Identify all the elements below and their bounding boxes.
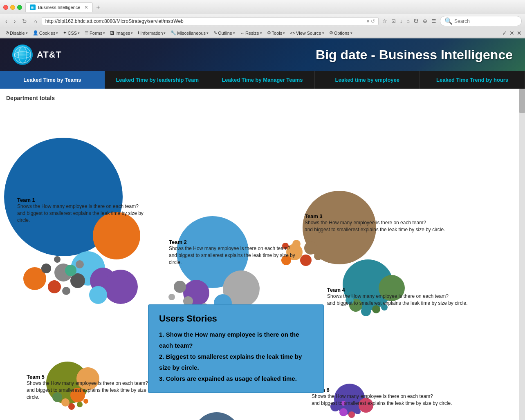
team5-label: Team 5 Shows the How many employee is th… — [27, 374, 166, 400]
webdev-resize[interactable]: ↔Resize▾ — [238, 30, 264, 36]
close-webdev-button[interactable]: ✕ — [509, 30, 514, 36]
webdev-cookies[interactable]: 👤Cookies▾ — [31, 29, 61, 36]
toolbar-icons: ☆ ⊡ ↓ ⌂ ☋ ⊕ ☰ — [381, 17, 438, 25]
tab-leaked-time-trend[interactable]: Leaked Time Trend by hours — [420, 71, 525, 89]
close-button[interactable] — [3, 5, 8, 10]
att-logo: AT&T — [12, 45, 62, 65]
page-content: AT&T Big date - Business Intelligence Le… — [0, 38, 525, 420]
webdev-css[interactable]: ✦CSS▾ — [61, 29, 82, 36]
tab-bar: BI Business Intelligence ✕ + — [25, 2, 522, 12]
att-logo-svg — [13, 46, 32, 64]
team1-purple2-bubble[interactable] — [103, 270, 138, 304]
team6-desc1: Shows the How many employee is there on … — [312, 393, 452, 400]
tab-leaked-time-employee[interactable]: Leaked time by employee — [315, 71, 420, 89]
reader-icon[interactable]: ⊡ — [390, 17, 397, 25]
webdev-misc[interactable]: 🔧Miscellaneous▾ — [168, 29, 211, 36]
team6-sm3-bubble[interactable] — [355, 409, 361, 414]
team3-desc2: and biggest to smallerest explains the l… — [305, 226, 445, 233]
webdev-information[interactable]: ℹInformation▾ — [136, 29, 168, 36]
team1-sm2-bubble[interactable] — [76, 260, 84, 268]
tooltip-title: Users Stories — [159, 313, 313, 324]
team2-sm1-bubble[interactable] — [174, 281, 186, 293]
address-bar[interactable]: ▾ ↺ — [42, 17, 379, 25]
team5-sm3-bubble[interactable] — [77, 402, 83, 407]
confirm-button[interactable]: ✓ — [502, 30, 507, 36]
browser-chrome: BI Business Intelligence ✕ + ‹ › ↻ ⌂ ▾ ↺… — [0, 0, 525, 38]
traffic-lights — [3, 5, 22, 10]
share-icon[interactable]: ☋ — [413, 17, 420, 25]
webdev-images[interactable]: 🖼Images▾ — [108, 30, 135, 36]
site-header: AT&T Big date - Business Intelligence — [0, 38, 525, 71]
tab-close-icon[interactable]: ✕ — [84, 4, 88, 10]
back-button[interactable]: ‹ — [3, 17, 9, 25]
webdev-outline[interactable]: ✎Outline▾ — [211, 29, 237, 36]
home-button[interactable]: ⌂ — [31, 17, 39, 25]
team1-blue2-bubble[interactable] — [89, 286, 107, 304]
settings-button[interactable]: ✕ — [517, 30, 522, 36]
team2-sm4-bubble[interactable] — [168, 294, 175, 300]
team1-desc2: and biggest to smallerest explains the l… — [17, 210, 156, 224]
tooltip-item1: 1. Show the How many employee is there o… — [159, 329, 313, 351]
att-globe-graphic — [12, 45, 33, 65]
nav-tabs: Leaked Time by Teams Leaked Time by lead… — [0, 71, 525, 89]
team1-desc1: Shows the How many employee is there on … — [17, 203, 156, 210]
search-bar[interactable]: 🔍 — [440, 16, 522, 26]
maximize-button[interactable] — [17, 5, 22, 10]
team1-sm1-bubble[interactable] — [62, 287, 70, 295]
team1-sm3-bubble[interactable] — [54, 256, 61, 263]
team1-green-bubble[interactable] — [65, 265, 76, 276]
extend-icon[interactable]: ⊕ — [422, 17, 429, 25]
team4-desc2: and biggest to smallerest explains the l… — [327, 300, 468, 307]
team3-name: Team 3 — [305, 213, 445, 219]
minimize-button[interactable] — [10, 5, 15, 10]
download-icon[interactable]: ↓ — [399, 17, 404, 25]
viz-area: Department totals — [0, 89, 525, 420]
team2-desc2: and biggest to smallerest explains the l… — [169, 252, 308, 266]
tab-leaked-time-manager[interactable]: Leaked Time by Manager Teams — [210, 71, 315, 89]
webdev-forms[interactable]: ☰Forms▾ — [83, 29, 107, 36]
team3-desc1: Shows the How many employee is there on … — [305, 219, 445, 226]
bookmark-icon[interactable]: ☆ — [381, 17, 388, 25]
team1-red-bubble[interactable] — [48, 280, 61, 293]
home-icon2[interactable]: ⌂ — [405, 17, 411, 25]
team5-sm2-bubble[interactable] — [68, 403, 75, 410]
tab-leaked-time-teams[interactable]: Leaked Time by Teams — [0, 71, 105, 89]
team1-label: Team 1 Shows the How many employee is th… — [17, 197, 156, 223]
team6-sm2-bubble[interactable] — [348, 411, 355, 418]
team6-label: Team 6 Shows the How many employee is th… — [312, 387, 452, 407]
team2-label: Team 2 Shows the How many employee is th… — [169, 239, 308, 266]
tab-title: Business Intelligence — [38, 5, 80, 10]
browser-toolbar: ‹ › ↻ ⌂ ▾ ↺ ☆ ⊡ ↓ ⌂ ☋ ⊕ ☰ 🔍 — [0, 14, 525, 28]
tab-favicon: BI — [30, 4, 36, 10]
browser-tab[interactable]: BI Business Intelligence ✕ — [25, 2, 93, 12]
menu-icon[interactable]: ☰ — [430, 17, 438, 25]
team1-gray2-bubble[interactable] — [41, 264, 51, 273]
team4-teal2-bubble[interactable] — [361, 306, 371, 316]
att-name: AT&T — [37, 49, 62, 60]
webdev-toolbar: ⊘Disable▾ 👤Cookies▾ ✦CSS▾ ☰Forms▾ 🖼Image… — [0, 28, 525, 38]
webdev-actions: ✓ ✕ ✕ — [502, 30, 522, 36]
webdev-viewsource[interactable]: <>View Source▾ — [288, 30, 326, 36]
team5-name: Team 5 — [27, 374, 166, 380]
tooltip-content: 1. Show the How many employee is there o… — [159, 329, 313, 384]
webdev-tools[interactable]: ⚙Tools▾ — [265, 29, 287, 36]
team3-sm3-bubble[interactable] — [314, 252, 322, 260]
reload-button[interactable]: ↻ — [20, 17, 29, 25]
team4-label: Team 4 Shows the How many employee is th… — [327, 287, 468, 307]
search-input[interactable] — [454, 18, 516, 24]
scrollbar[interactable] — [519, 89, 525, 420]
team6-desc2: and biggest to smallerest explains the l… — [312, 400, 452, 407]
team5-desc2: and biggest to smallerest explains the l… — [27, 387, 166, 401]
tab-leaked-time-leadership[interactable]: Leaked Time by leadership Team — [105, 71, 210, 89]
new-tab-button[interactable]: + — [94, 4, 101, 11]
address-bar-icons: ▾ ↺ — [367, 18, 375, 24]
webdev-options[interactable]: ⚙Options▾ — [327, 29, 354, 36]
team2-desc1: Shows the How many employee is there on … — [169, 245, 308, 252]
forward-button[interactable]: › — [12, 17, 18, 25]
team7-main-bubble[interactable] — [193, 412, 240, 420]
team6-sm1-bubble[interactable] — [339, 408, 348, 416]
url-input[interactable] — [45, 18, 365, 24]
tooltip-item2: 2. Biggest to smallerest explains the le… — [159, 351, 313, 373]
webdev-disable[interactable]: ⊘Disable▾ — [3, 29, 30, 36]
scrollbar-thumb[interactable] — [519, 89, 525, 113]
